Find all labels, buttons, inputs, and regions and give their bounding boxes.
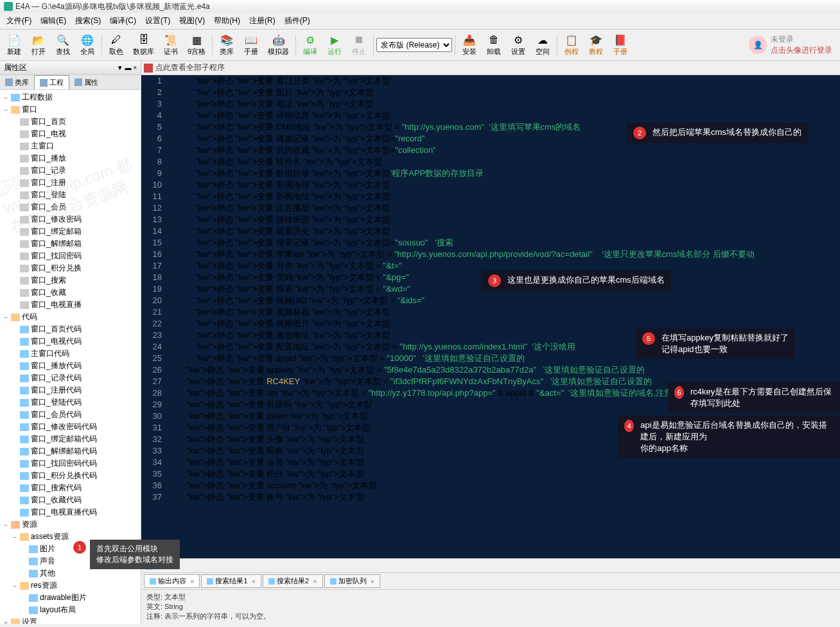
code-line[interactable]: 20 "kw">静态 "kw">变量 视频UID "kw">为 "typ">文本… <box>141 295 840 306</box>
toolbar-button[interactable]: 🌐全局 <box>76 32 99 58</box>
code-line[interactable]: 2 "kw">静态 "kw">变量 图片 "kw">为 "typ">文本型 <box>141 87 840 98</box>
toolbar-button[interactable]: 📂打开 <box>27 32 50 58</box>
code-content[interactable]: "kw">静态 "kw">变量 地址 "kw">为 "typ">文本型 <box>167 98 840 110</box>
toolbar-button[interactable]: 🗑卸载 <box>482 32 505 58</box>
build-mode-dropdown[interactable]: 发布版 (Release) <box>376 38 452 52</box>
code-content[interactable]: "kw">静态 "kw">变量 观看历史 "kw">为 "typ">文本型 <box>167 225 840 237</box>
expand-icon[interactable]: − <box>3 314 9 321</box>
bottom-tab[interactable]: 搜索结果2× <box>263 574 323 588</box>
code-content[interactable]: "kw">静态 "kw">变量 账号 "kw">为 "typ">文本型 <box>167 491 840 503</box>
toolbar-button[interactable]: 🎓教程 <box>584 32 608 58</box>
tree-item[interactable]: 窗口_收藏 <box>1 287 139 299</box>
toolbar-button[interactable]: ⚙编译 <box>299 32 322 58</box>
close-icon[interactable]: × <box>190 578 194 585</box>
tree-item[interactable]: 窗口_电视直播代码 <box>1 506 139 518</box>
code-content[interactable]: "kw">静态 "kw">变量 appkey "kw">为 "typ">文本型 … <box>167 364 840 376</box>
tree-item[interactable]: 窗口_电视代码 <box>1 335 139 348</box>
menu-item[interactable]: 编辑(E) <box>37 14 70 28</box>
code-line[interactable]: 21 "kw">静态 "kw">变量 视频标题 "kw">为 "typ">文本型 <box>141 306 840 318</box>
code-line[interactable]: 12 "kw">静态 "kw">变量 正在播放 "kw">为 "typ">文本型 <box>141 202 840 214</box>
toolbar-button[interactable]: ▶运行 <box>323 32 346 58</box>
code-line[interactable]: 1 "kw">静态 "kw">变量 窗口分类 "kw">为 "typ">文本型 <box>141 75 840 87</box>
menu-item[interactable]: 插件(P) <box>281 14 314 28</box>
code-content[interactable]: "kw">静态 "kw">变量 苹果api "kw">为 "typ">文本型 =… <box>167 249 840 260</box>
tree-item[interactable]: 窗口_找回密码 <box>1 250 139 262</box>
bottom-tab[interactable]: 搜索结果1× <box>201 574 261 588</box>
toolbar-button[interactable]: 📕手册 <box>609 32 632 58</box>
left-tab[interactable]: 属性 <box>69 75 103 89</box>
code-line[interactable]: 14 "kw">静态 "kw">变量 观看历史 "kw">为 "typ">文本型 <box>141 225 840 237</box>
tree-item[interactable]: 窗口_登陆 <box>1 189 139 201</box>
bottom-tab[interactable]: 加密队列× <box>324 574 380 588</box>
code-content[interactable]: "kw">静态 "kw">变量 软件名 "kw">为 "typ">文本型 <box>167 156 840 168</box>
toolbar-button[interactable]: ☁空间 <box>531 32 554 58</box>
code-line[interactable]: 34 "kw">静态 "kw">变量 会员 "kw">为 "typ">文本型 <box>141 457 840 468</box>
tree-item[interactable]: 窗口_首页 <box>1 116 139 128</box>
tree-item[interactable]: 窗口_积分兑换代码 <box>1 470 139 482</box>
code-line[interactable]: 35 "kw">静态 "kw">变量 积分 "kw">为 "typ">文本型 <box>141 468 840 480</box>
toolbar-button[interactable]: 📄新建 <box>3 32 26 58</box>
code-content[interactable]: "kw">静态 "kw">变量 我的收藏 "kw">为 "typ">文本型="c… <box>167 145 840 156</box>
expand-icon[interactable]: − <box>12 583 18 589</box>
tree-item[interactable]: 窗口_记录代码 <box>1 372 139 384</box>
login-link[interactable]: 点击头像进行登录 <box>771 45 832 56</box>
toolbar-button[interactable]: 🤖模拟器 <box>264 32 293 58</box>
code-content[interactable]: "kw">静态 "kw">变量 视频UID "kw">为 "typ">文本型 =… <box>167 295 840 306</box>
code-line[interactable]: 26 "kw">静态 "kw">变量 appkey "kw">为 "typ">文… <box>141 364 840 376</box>
tree-item[interactable]: 窗口_收藏代码 <box>1 494 139 506</box>
code-line[interactable]: 15 "kw">静态 "kw">变量 搜索记录 "kw">为 "typ">文本型… <box>141 237 840 249</box>
menu-item[interactable]: 视图(V) <box>175 14 209 28</box>
expand-icon[interactable]: + <box>3 619 9 624</box>
toolbar-button[interactable]: 🖊取色 <box>105 32 128 58</box>
expand-icon[interactable]: − <box>3 107 9 113</box>
left-tab[interactable]: 类库 <box>0 75 34 89</box>
code-line[interactable]: 4 "kw">静态 "kw">变量 详细信息 "kw">为 "typ">文本型 <box>141 110 840 121</box>
close-icon[interactable]: × <box>371 578 374 585</box>
tree-item[interactable]: 窗口_首页代码 <box>1 323 139 335</box>
toolbar-button[interactable]: ▦9宫格 <box>184 32 209 58</box>
editor-tab-label[interactable]: 点此查看全部子程序 <box>155 62 225 73</box>
code-content[interactable]: "kw">静态 "kw">变量 积分 "kw">为 "typ">文本型 <box>167 468 840 480</box>
code-content[interactable]: "kw">静态 "kw">变量 数据目录 "kw">为 "typ">文本型'程序… <box>167 168 840 179</box>
toolbar-button[interactable]: 🔍查找 <box>51 32 74 58</box>
code-line[interactable]: 3 "kw">静态 "kw">变量 地址 "kw">为 "typ">文本型 <box>141 98 840 110</box>
tree-item[interactable]: 窗口_电视直播 <box>1 299 139 311</box>
code-line[interactable]: 36 "kw">静态 "kw">变量 account "kw">为 "typ">… <box>141 480 840 491</box>
tree-item[interactable]: +设置 <box>1 616 139 624</box>
code-content[interactable]: "kw">静态 "kw">变量 搜索记录 "kw">为 "typ">文本型="s… <box>167 237 840 249</box>
tree-item[interactable]: 窗口_注册 <box>1 177 139 189</box>
tree-item[interactable]: 窗口_搜索代码 <box>1 482 139 494</box>
toolbar-button[interactable]: 📋例程 <box>560 32 583 58</box>
left-tab[interactable]: 工程 <box>34 75 69 89</box>
tree-item[interactable]: 主窗口代码 <box>1 348 139 360</box>
tree-item[interactable]: 窗口_积分兑换 <box>1 262 139 274</box>
tree-item[interactable]: −资源 <box>1 518 139 531</box>
tree-item[interactable]: 主窗口 <box>1 140 139 152</box>
toolbar-button[interactable]: ⏹停止 <box>347 32 371 58</box>
menu-item[interactable]: 搜索(S) <box>71 14 105 28</box>
tree-item[interactable]: 窗口_修改密码 <box>1 213 139 225</box>
code-line[interactable]: 11 "kw">静态 "kw">变量 影视地址 "kw">为 "typ">文本型 <box>141 191 840 202</box>
tree-item[interactable]: 窗口_解绑邮箱 <box>1 238 139 250</box>
tree-item[interactable]: 窗口_会员代码 <box>1 409 139 421</box>
menu-item[interactable]: 设置(T) <box>141 14 174 28</box>
expand-icon[interactable]: − <box>12 534 18 540</box>
code-content[interactable]: "kw">静态 "kw">变量 图片 "kw">为 "typ">文本型 <box>167 87 840 98</box>
tree-item[interactable]: drawable图片 <box>1 592 139 604</box>
code-line[interactable]: 13 "kw">静态 "kw">变量 跳转来源 "kw">为 "typ">文本型 <box>141 214 840 225</box>
code-line[interactable]: 37 "kw">静态 "kw">变量 账号 "kw">为 "typ">文本型 <box>141 491 840 503</box>
code-line[interactable]: 9 "kw">静态 "kw">变量 数据目录 "kw">为 "typ">文本型'… <box>141 168 840 179</box>
panel-controls[interactable]: ▼ ▬ × <box>117 64 137 71</box>
menu-item[interactable]: 编译(C) <box>106 14 140 28</box>
code-editor[interactable]: 1 "kw">静态 "kw">变量 窗口分类 "kw">为 "typ">文本型2… <box>141 75 840 558</box>
tree-item[interactable]: −res资源 <box>1 579 139 592</box>
code-content[interactable]: "kw">静态 "kw">变量 account "kw">为 "typ">文本型 <box>167 480 840 491</box>
close-icon[interactable]: × <box>313 578 317 585</box>
code-content[interactable]: "kw">静态 "kw">变量 影视海报 "kw">为 "typ">文本型 <box>167 179 840 191</box>
close-icon[interactable]: × <box>252 578 256 585</box>
code-content[interactable]: "kw">静态 "kw">变量 影视地址 "kw">为 "typ">文本型 <box>167 191 840 202</box>
tree-item[interactable]: 窗口_会员 <box>1 201 139 213</box>
code-line[interactable]: 10 "kw">静态 "kw">变量 影视海报 "kw">为 "typ">文本型 <box>141 179 840 191</box>
tree-item[interactable]: layout布局 <box>1 604 139 616</box>
tree-item[interactable]: 窗口_绑定邮箱 <box>1 225 139 238</box>
